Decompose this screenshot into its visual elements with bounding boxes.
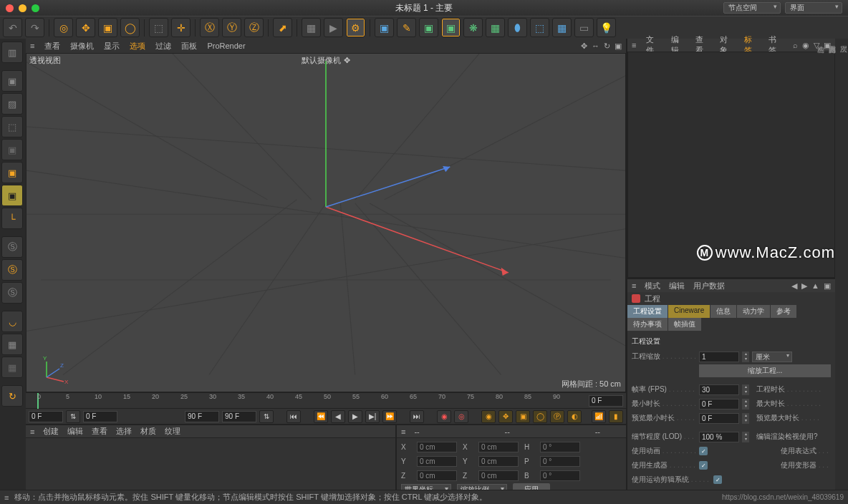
vp-menu-options[interactable]: 选项: [130, 41, 145, 52]
menu-icon[interactable]: ≡: [30, 42, 34, 50]
close-icon[interactable]: [6, 4, 14, 12]
size-z-input[interactable]: [478, 470, 519, 481]
extrude-button[interactable]: ▣: [441, 18, 461, 37]
timeline-start-input[interactable]: [29, 411, 63, 422]
pos-z-input[interactable]: [417, 470, 457, 481]
axis-mode-button[interactable]: └: [1, 208, 23, 229]
tab-todo[interactable]: 待办事项: [627, 318, 668, 331]
render-button[interactable]: ▶: [324, 18, 343, 37]
tab-project-settings[interactable]: 工程设置: [627, 305, 668, 318]
rotate-tool[interactable]: ◯: [120, 18, 140, 37]
light-button[interactable]: 💡: [597, 18, 616, 37]
key-param-button[interactable]: Ⓟ: [550, 410, 564, 423]
rot-p-input[interactable]: [540, 456, 580, 467]
rot-b-input[interactable]: [540, 470, 580, 481]
menu-icon[interactable]: ≡: [632, 41, 636, 49]
array-button[interactable]: ❋: [463, 18, 483, 37]
render-settings-button[interactable]: ⚙: [346, 18, 365, 37]
right-side-tabs[interactable]: 层次内容浏览器构造: [835, 39, 848, 504]
eye-icon[interactable]: ◉: [802, 41, 809, 50]
size-x-input[interactable]: [478, 442, 519, 452]
scale-tool[interactable]: ▣: [98, 18, 117, 37]
next-frame-button[interactable]: ▶|: [365, 410, 380, 423]
marker-button[interactable]: ▮: [609, 410, 623, 423]
preview-min-input[interactable]: [699, 413, 739, 424]
menu-icon[interactable]: ≡: [632, 281, 636, 290]
vp-menu-filter[interactable]: 过滤: [155, 41, 171, 52]
object-tree[interactable]: [627, 52, 835, 278]
pos-x-input[interactable]: [417, 442, 457, 452]
vp-nav-icon[interactable]: ↻: [604, 42, 610, 51]
scale-unit-select[interactable]: 厘米: [752, 352, 792, 362]
tab-dynamics[interactable]: 动力学: [737, 305, 771, 318]
vp-nav-icon[interactable]: ✥: [581, 42, 587, 51]
vp-menu-camera[interactable]: 摄像机: [70, 41, 94, 52]
edge-mode-button[interactable]: ▣: [1, 162, 23, 183]
select-tool[interactable]: ◎: [54, 18, 73, 37]
play-button[interactable]: ▶: [348, 410, 362, 423]
lod-input[interactable]: [699, 432, 739, 442]
undo-button[interactable]: ↶: [3, 18, 22, 37]
key-scale-button[interactable]: ▣: [516, 410, 530, 423]
pen-tool-button[interactable]: ✎: [397, 18, 416, 37]
mat-menu-create[interactable]: 创建: [43, 426, 59, 437]
snap-button-2[interactable]: Ⓢ: [1, 259, 23, 281]
workplane-tool[interactable]: ◡: [1, 311, 23, 332]
workplane-button[interactable]: ⬚: [1, 116, 23, 137]
use-animation-checkbox[interactable]: ✓: [699, 447, 708, 455]
menu-icon[interactable]: ≡: [401, 427, 405, 436]
search-icon[interactable]: ⌕: [793, 41, 798, 50]
tab-cineware[interactable]: Cineware: [668, 305, 710, 318]
move-tool[interactable]: ✥: [76, 18, 95, 37]
project-scale-input[interactable]: [699, 352, 739, 362]
make-editable-button[interactable]: ▥: [1, 42, 23, 63]
mat-menu-material[interactable]: 材质: [140, 426, 156, 437]
grid-button-2[interactable]: ▦: [1, 357, 23, 378]
back-icon[interactable]: ◀: [791, 281, 797, 291]
vp-menu-view[interactable]: 查看: [44, 41, 60, 52]
coord-system-button[interactable]: ⬈: [273, 18, 292, 37]
size-y-input[interactable]: [478, 456, 519, 467]
attr-menu-userdata[interactable]: 用户数据: [693, 281, 725, 291]
mat-menu-edit[interactable]: 编辑: [67, 426, 83, 437]
pos-y-input[interactable]: [417, 456, 457, 467]
spinner-icon[interactable]: ⇅: [66, 410, 80, 423]
cube-primitive-button[interactable]: ▣: [375, 18, 394, 37]
snap-button-3[interactable]: Ⓢ: [1, 282, 23, 304]
prev-key-button[interactable]: ⏪: [314, 410, 328, 423]
maximize-icon[interactable]: [32, 4, 39, 12]
timeline-ruler[interactable]: 051015202530354045505560657075808590: [26, 392, 626, 408]
snap-button-1[interactable]: Ⓢ: [1, 236, 23, 258]
texture-mode-button[interactable]: ▨: [1, 93, 23, 115]
minimize-icon[interactable]: [19, 4, 26, 12]
attr-menu-edit[interactable]: 编辑: [669, 281, 685, 291]
tab-interpolation[interactable]: 帧插值: [668, 318, 702, 331]
tab-reference[interactable]: 参考: [771, 305, 797, 318]
scale-project-button[interactable]: 缩放工程...: [699, 364, 831, 377]
subdivision-button[interactable]: ▣: [419, 18, 438, 37]
vp-nav-icon[interactable]: ↔: [592, 42, 599, 51]
timeline-end-input[interactable]: [222, 411, 256, 422]
layout-dropdown-2[interactable]: 界面: [785, 2, 842, 14]
key-rot-button[interactable]: ◯: [533, 410, 547, 423]
model-mode-button[interactable]: ▣: [1, 70, 23, 92]
mat-menu-texture[interactable]: 纹理: [165, 426, 180, 437]
axis-tool[interactable]: ✛: [171, 18, 191, 37]
render-view-button[interactable]: ▦: [302, 18, 321, 37]
instance-button[interactable]: ▦: [486, 18, 505, 37]
z-axis-button[interactable]: Ⓩ: [244, 18, 264, 37]
timeline-in-input[interactable]: [83, 411, 117, 422]
perspective-viewport[interactable]: 透视视图 默认摄像机✥ 网格间距 : 50 cm Y X Z: [26, 53, 626, 392]
vp-menu-panel[interactable]: 面板: [181, 41, 197, 52]
timeline-out-input[interactable]: [185, 411, 219, 422]
fwd-icon[interactable]: ▶: [801, 281, 807, 291]
goto-end-button[interactable]: ⏭: [410, 410, 424, 423]
vp-menu-prorender[interactable]: ProRender: [207, 42, 245, 50]
environment-button[interactable]: ▦: [552, 18, 572, 37]
mat-menu-view[interactable]: 查看: [92, 426, 107, 437]
bend-button[interactable]: ⬮: [508, 18, 527, 37]
tab-info[interactable]: 信息: [710, 305, 737, 318]
viewport-solo-button[interactable]: ↻: [1, 385, 23, 407]
autokey-button[interactable]: ◎: [454, 410, 468, 423]
rot-h-input[interactable]: [540, 442, 580, 452]
